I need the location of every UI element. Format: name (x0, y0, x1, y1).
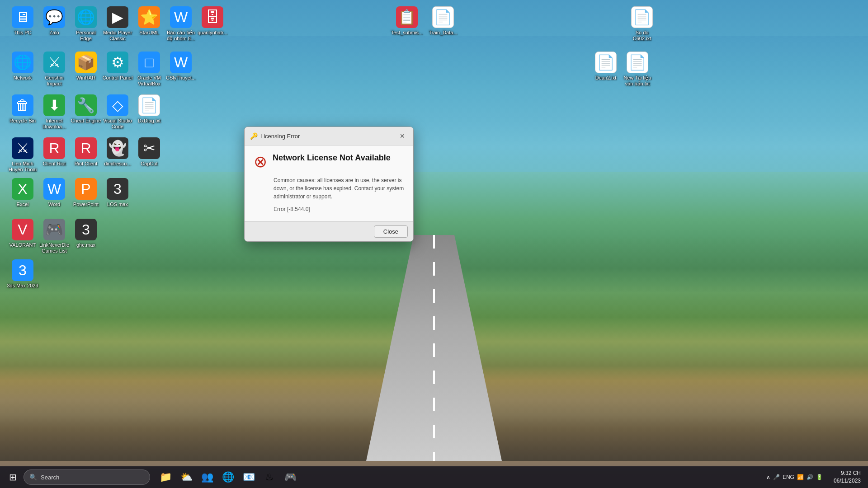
dialog-close-btn[interactable]: Close (374, 225, 408, 238)
media-player-classic-label: Media Player Classic (101, 30, 134, 42)
desktop-icon-dean2[interactable]: 📄Dean2.ixt (588, 50, 624, 83)
desktop-icons: 🖥This PC💬Zalo🌐Personal Edge▶Media Player… (0, 0, 868, 443)
quanlynhatr-icon-img: 🗄 (202, 6, 223, 28)
desktop-icon-dxdiag[interactable]: 📄DxDiag.txt (131, 93, 167, 126)
search-icon: 🔍 (29, 474, 37, 481)
desktop-icon-cheat-engine[interactable]: 🔧Cheat Engine (68, 93, 104, 126)
dean2-label: Dean2.ixt (595, 75, 616, 81)
new-tai-lieu-icon-img: 📄 (627, 52, 648, 73)
winrar-icon-img: 📦 (75, 52, 97, 73)
desktop-icon-capcut[interactable]: ✂CapCut (131, 136, 167, 169)
word-icon-img: W (43, 178, 65, 200)
desktop-icon-powerpoint[interactable]: PPowerPoint (68, 176, 104, 209)
desktop-icon-oracle-vm[interactable]: □Oracle VM VirtualBox (131, 50, 167, 89)
desktop-icon-lien-minh[interactable]: ⚔Lien Minh Huyên Thoai (5, 136, 41, 174)
desktop-icon-linkneverdie[interactable]: 🎮LinkNeverDie Games List (36, 217, 72, 256)
desktop-icon-recycle-bin[interactable]: 🗑Recycle Bin (5, 93, 41, 126)
lien-minh-label: Lien Minh Huyên Thoai (6, 161, 39, 173)
desktop-icon-3ds-max[interactable]: 33ds Max 2023 (5, 258, 41, 291)
systray-lang[interactable]: ENG (783, 474, 794, 480)
desktop-icon-quanlynhatr[interactable]: 🗄quanlynhatr... (194, 5, 231, 38)
zalo-icon-img: 💬 (43, 6, 65, 28)
powerpoint-label: PowerPoint (73, 202, 99, 207)
clock-time: 9:32 CH (834, 469, 861, 477)
zalo-label: Zalo (49, 30, 59, 36)
excel-label: Excel (17, 202, 29, 207)
desktop-icon-zalo[interactable]: 💬Zalo (36, 5, 72, 38)
systray-battery[interactable]: 🔋 (816, 474, 823, 480)
control-panel-label: Control Panel (103, 75, 133, 81)
desktop-icon-client-riot[interactable]: RClient Riot (36, 136, 72, 169)
desktop-icon-los-max[interactable]: 3LOS.max (99, 176, 136, 209)
staruml-label: StarUML (139, 30, 159, 36)
desktop-icon-winrar[interactable]: 📦WinRAR (68, 50, 104, 83)
new-tai-lieu-label: New Tài liệu văn bản.txt (621, 75, 654, 87)
dialog-footer: Close (245, 221, 413, 241)
dialog-body: ⊗ Network License Not Available Common c… (245, 145, 413, 221)
taskbar-app-file-explorer-tb[interactable]: 📁 (156, 467, 175, 487)
systray: ∧ 🎤 ENG 📶 🔊 🔋 (763, 474, 826, 480)
desktop-icon-genshin[interactable]: ⚔Genshin Impact (36, 50, 72, 89)
desktop-icon-new-tai-lieu[interactable]: 📄New Tài liệu văn bản.txt (619, 50, 656, 89)
desktop-icon-network[interactable]: 🌐Network (5, 50, 41, 83)
desktop-icon-staruml[interactable]: ⭐StarUML (131, 5, 167, 38)
oracle-vm-icon-img: □ (138, 52, 160, 73)
desktop-icon-this-pc[interactable]: 🖥This PC (5, 5, 41, 38)
ghe-max-label: ghe.max (76, 242, 95, 248)
desktop-icon-control-panel[interactable]: ⚙Control Panel (99, 50, 136, 83)
dialog-titlebar: 🔑 Licensing Error ✕ (245, 127, 413, 145)
desktop-icon-excel[interactable]: XExcel (5, 176, 41, 209)
recycle-bin-icon-img: 🗑 (12, 94, 33, 116)
internet-download-icon-img: ⬇ (43, 94, 65, 116)
dialog-description: Common causes: all licenses are in use, … (254, 176, 404, 201)
desktop-icon-visual-studio-code[interactable]: ◇Visual Studio Code (99, 93, 136, 131)
so-do-c602-label: So do C602.ixt (626, 30, 658, 42)
desktop-icon-valorant[interactable]: VVALORANT (5, 217, 41, 250)
los-max-icon-img: 3 (107, 178, 128, 200)
dimitrescu-label: dimitrescu... (104, 161, 131, 167)
word-label: Word (48, 202, 60, 207)
clock-date: 06/11/2023 (834, 477, 861, 485)
winrar-label: WinRAR (76, 75, 95, 81)
desktop-icon-internet-download[interactable]: ⬇Internet Downloa... (36, 93, 72, 131)
taskbar-search[interactable]: 🔍 Search (24, 469, 150, 485)
desktop-icon-dimitrescu[interactable]: 👻dimitrescu... (99, 136, 136, 169)
taskbar-app-mail-tb[interactable]: 📧 (239, 467, 259, 487)
desktop-icon-ghe-max[interactable]: 3ghe.max (68, 217, 104, 250)
taskbar-app-app7-tb[interactable]: 🎮 (280, 467, 300, 487)
desktop-icon-train-data[interactable]: 📄Train_Data... (425, 5, 461, 38)
desktop-icon-test-submis[interactable]: 📋Test_submis... (389, 5, 425, 38)
valorant-icon-img: V (12, 219, 33, 240)
desktop-icon-so-do-c602[interactable]: 📄So do C602.ixt (624, 5, 660, 43)
genshin-label: Genshin Impact (38, 75, 71, 87)
network-label: Network (14, 75, 32, 81)
desktop-icon-media-player-classic[interactable]: ▶Media Player Classic (99, 5, 136, 43)
dean2-icon-img: 📄 (595, 52, 617, 73)
taskbar-clock[interactable]: 9:32 CH 06/11/2023 (830, 469, 864, 485)
dxdiag-icon-img: 📄 (138, 94, 160, 116)
internet-download-label: Internet Downloa... (38, 118, 71, 130)
oracle-vm-label: Oracle VM VirtualBox (133, 75, 165, 87)
systray-mic[interactable]: 🎤 (773, 474, 780, 480)
desktop-icon-csly-thuyet[interactable]: WCSlyThuyet... (163, 50, 199, 83)
systray-volume[interactable]: 🔊 (807, 474, 813, 480)
systray-chevron[interactable]: ∧ (766, 474, 770, 480)
desktop-icon-riot-client[interactable]: RRiot Client (68, 136, 104, 169)
dialog-close-button[interactable]: ✕ (397, 131, 408, 141)
quanlynhatr-label: quanlynhatr... (198, 30, 227, 36)
csly-thuyet-label: CSlyThuyet... (166, 75, 196, 81)
capcut-label: CapCut (141, 161, 157, 167)
desktop-icon-personal-edge[interactable]: 🌐Personal Edge (68, 5, 104, 43)
taskbar-app-steam-tb[interactable]: ♨ (259, 467, 279, 487)
recycle-bin-label: Recycle Bin (9, 118, 36, 124)
systray-wifi[interactable]: 📶 (797, 474, 804, 480)
start-button[interactable]: ⊞ (4, 468, 22, 486)
desktop-icon-word[interactable]: WWord (36, 176, 72, 209)
media-player-classic-icon-img: ▶ (107, 6, 128, 28)
desktop-icon-bao-cao-tien[interactable]: WBáo cáo tiến độ nhóm 8... (163, 5, 199, 43)
taskbar-app-browser-tb[interactable]: 🌐 (218, 467, 238, 487)
taskbar-app-teams-tb[interactable]: 👥 (197, 467, 217, 487)
taskbar-app-weather-tb[interactable]: ⛅ (176, 467, 196, 487)
licensing-error-dialog[interactable]: 🔑 Licensing Error ✕ ⊗ Network License No… (244, 127, 414, 242)
csly-thuyet-icon-img: W (170, 52, 192, 73)
